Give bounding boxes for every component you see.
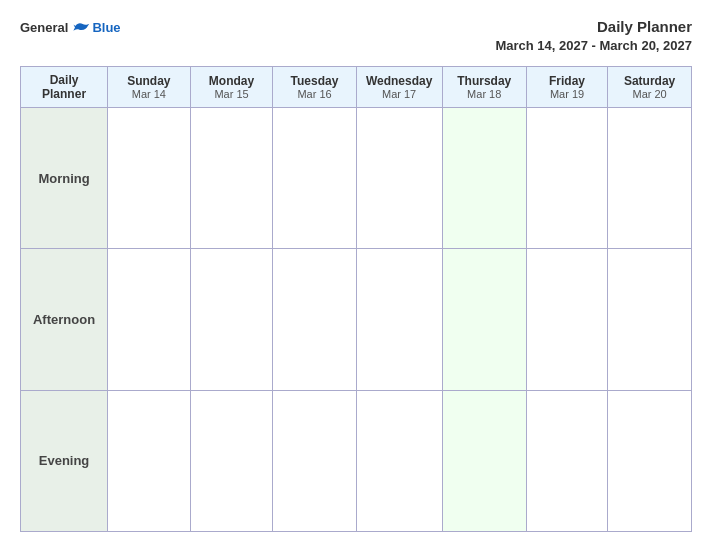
col-header-wednesday: Wednesday Mar 17	[356, 67, 442, 108]
logo-area: General Blue	[20, 18, 121, 36]
calendar-table: DailyPlanner Sunday Mar 14 Monday Mar 15…	[20, 66, 692, 532]
row-evening: Evening	[21, 390, 692, 531]
logo-text: General Blue	[20, 18, 121, 36]
logo-general: General	[20, 20, 68, 35]
corner-header: DailyPlanner	[21, 67, 108, 108]
cell-morning-monday[interactable]	[190, 108, 273, 249]
planner-subtitle: March 14, 2027 - March 20, 2027	[495, 38, 692, 53]
cell-afternoon-monday[interactable]	[190, 249, 273, 390]
cell-afternoon-tuesday[interactable]	[273, 249, 356, 390]
day-date-tuesday: Mar 16	[277, 88, 351, 100]
bird-icon	[72, 18, 90, 36]
day-name-saturday: Saturday	[612, 74, 687, 88]
day-date-friday: Mar 19	[531, 88, 603, 100]
cell-afternoon-wednesday[interactable]	[356, 249, 442, 390]
day-name-friday: Friday	[531, 74, 603, 88]
col-header-tuesday: Tuesday Mar 16	[273, 67, 356, 108]
logo-blue: Blue	[92, 20, 120, 35]
col-header-thursday: Thursday Mar 18	[442, 67, 526, 108]
cell-afternoon-sunday[interactable]	[108, 249, 191, 390]
cell-evening-tuesday[interactable]	[273, 390, 356, 531]
day-name-thursday: Thursday	[447, 74, 522, 88]
page: General Blue Daily Planner March 14, 202…	[0, 0, 712, 550]
cell-afternoon-friday[interactable]	[526, 249, 607, 390]
cell-morning-saturday[interactable]	[608, 108, 692, 249]
col-header-sunday: Sunday Mar 14	[108, 67, 191, 108]
cell-morning-tuesday[interactable]	[273, 108, 356, 249]
label-morning: Morning	[21, 108, 108, 249]
planner-title: Daily Planner	[597, 18, 692, 35]
header: General Blue Daily Planner March 14, 202…	[20, 18, 692, 54]
cell-morning-wednesday[interactable]	[356, 108, 442, 249]
col-header-saturday: Saturday Mar 20	[608, 67, 692, 108]
cell-morning-friday[interactable]	[526, 108, 607, 249]
col-header-friday: Friday Mar 19	[526, 67, 607, 108]
cell-evening-friday[interactable]	[526, 390, 607, 531]
label-afternoon: Afternoon	[21, 249, 108, 390]
calendar-header-row: DailyPlanner Sunday Mar 14 Monday Mar 15…	[21, 67, 692, 108]
cell-afternoon-saturday[interactable]	[608, 249, 692, 390]
cell-morning-thursday[interactable]	[442, 108, 526, 249]
cell-evening-monday[interactable]	[190, 390, 273, 531]
col-header-monday: Monday Mar 15	[190, 67, 273, 108]
day-name-sunday: Sunday	[112, 74, 186, 88]
day-name-tuesday: Tuesday	[277, 74, 351, 88]
cell-evening-saturday[interactable]	[608, 390, 692, 531]
title-area: Daily Planner March 14, 2027 - March 20,…	[495, 18, 692, 54]
day-date-saturday: Mar 20	[612, 88, 687, 100]
corner-label: DailyPlanner	[42, 73, 86, 101]
day-name-wednesday: Wednesday	[361, 74, 438, 88]
cell-morning-sunday[interactable]	[108, 108, 191, 249]
day-date-wednesday: Mar 17	[361, 88, 438, 100]
label-evening: Evening	[21, 390, 108, 531]
day-name-monday: Monday	[195, 74, 269, 88]
row-morning: Morning	[21, 108, 692, 249]
day-date-monday: Mar 15	[195, 88, 269, 100]
cell-afternoon-thursday[interactable]	[442, 249, 526, 390]
row-afternoon: Afternoon	[21, 249, 692, 390]
day-date-sunday: Mar 14	[112, 88, 186, 100]
cell-evening-sunday[interactable]	[108, 390, 191, 531]
cell-evening-wednesday[interactable]	[356, 390, 442, 531]
day-date-thursday: Mar 18	[447, 88, 522, 100]
cell-evening-thursday[interactable]	[442, 390, 526, 531]
